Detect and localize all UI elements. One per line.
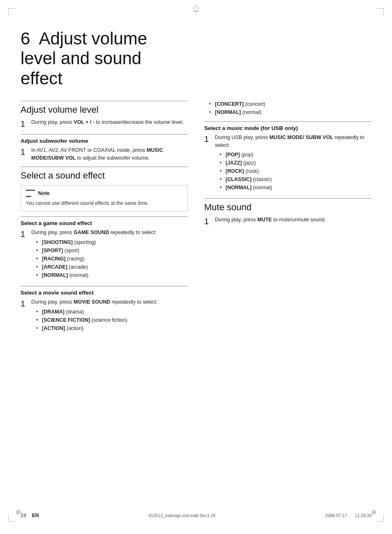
note-icon [26, 190, 35, 197]
step-movie-sound-1: 1 During play, press MOVIE SOUND repeate… [21, 298, 188, 334]
crosshair-br: ⊕ [371, 509, 376, 515]
divider-3 [21, 167, 188, 167]
divider-r1 [204, 121, 371, 122]
step-text-1: During play, press VOL + / - to increase… [31, 118, 188, 129]
bullet-jazz: [JAZZ] (jazz) [220, 159, 371, 167]
note-label: Note [38, 190, 50, 196]
note-text: You cannot use different sound effects a… [26, 200, 182, 207]
divider-4 [21, 216, 188, 217]
section-title-adjust-volume: Adjust volume level [21, 104, 188, 115]
step-num-movie: 1 [21, 298, 28, 334]
game-sound-bullets: [SHOOTING] (sporting) [SPORT] (sport) [R… [36, 238, 188, 279]
step-text-subwoofer: In AV1, AV2, AV FRONT or COAXIAL mode, p… [31, 146, 188, 162]
corner-mark-bl [8, 514, 16, 522]
note-icon-line1 [26, 190, 35, 191]
bullet-rock: [ROCK] (rock) [220, 167, 371, 175]
step-text-mute: During play, press MUTE to mute/unmute s… [215, 216, 371, 227]
section-title-subwoofer: Adjust subwoofer volume [21, 138, 188, 144]
chapter-title: Adjust volumelevel and soundeffect [21, 29, 147, 88]
step-num-1: 1 [21, 118, 28, 129]
bullet-scifi: [SCIENCE FICTION] (science fiction) [36, 316, 188, 324]
movie-sound-bullets: [DRAMA] (drama) [SCIENCE FICTION] (scien… [36, 308, 188, 332]
footer-left: 24 EN [21, 512, 39, 518]
chapter-number: 6 [21, 29, 30, 48]
section-title-sound-effect: Select a sound effect [21, 170, 188, 181]
divider-1 [21, 101, 188, 101]
bullet-classic: [CLASSIC] (classic) [220, 175, 371, 183]
divider-5 [21, 286, 188, 286]
bullet-arcade: [ARCADE] (arcade) [36, 263, 188, 271]
section-title-music-mode: Select a music mode (for USB only) [204, 125, 371, 131]
footer: 24 EN 413512_indesign.xml.indd Sec1:24 2… [21, 512, 371, 518]
footer-right: 2008-07-17 11:29:39 [325, 512, 371, 518]
step-text-movie: During play, press MOVIE SOUND repeatedl… [31, 298, 188, 334]
content-area: Adjust volume level 1 During play, press… [21, 96, 371, 337]
bullet-drama: [DRAMA] (drama) [36, 308, 188, 316]
divider-2 [21, 134, 188, 135]
step-mute-1: 1 During play, press MUTE to mute/unmute… [204, 216, 371, 227]
left-column: Adjust volume level 1 During play, press… [21, 96, 188, 337]
corner-mark-tr [376, 8, 384, 16]
corner-mark-br [376, 514, 384, 522]
bullet-normal-music: [NORMAL] (normal) [220, 183, 371, 192]
footer-page-num: 24 [21, 513, 26, 518]
bullet-sport: [SPORT] (sport) [36, 246, 188, 255]
footer-lang: EN [32, 513, 39, 518]
step-game-sound-1: 1 During play, press GAME SOUND repeated… [21, 229, 188, 281]
step-num-mute: 1 [204, 216, 212, 227]
bullet-normal-top: [NORMAL] (normal) [209, 108, 371, 116]
step-text-music: During USB play, press MUSIC MODE/ SUBW … [215, 134, 371, 194]
music-mode-bullets: [POP] (pop) [JAZZ] (jazz) [ROCK] (rock) … [220, 151, 371, 192]
section-title-movie-sound: Select a movie sound effect [21, 290, 188, 296]
page: ⊕ ⊕ 6 Adjust volumelevel and soundeffect… [0, 0, 392, 534]
step-music-mode-1: 1 During USB play, press MUSIC MODE/ SUB… [204, 134, 371, 194]
bullet-normal-game: [NORMAL] (normal) [36, 271, 188, 279]
section-title-game-sound: Select a game sound effect [21, 220, 188, 226]
bullet-shooting: [SHOOTING] (sporting) [36, 238, 188, 246]
note-icon-line2 [26, 196, 31, 197]
bullet-concert: [CONCERT] (concert) [209, 100, 371, 108]
step-text-game: During play, press GAME SOUND repeatedly… [31, 229, 188, 281]
crosshair-top-circle [193, 6, 199, 12]
step-num-music: 1 [204, 134, 212, 194]
step-subwoofer-1: 1 In AV1, AV2, AV FRONT or COAXIAL mode,… [21, 146, 188, 162]
note-box: Note You cannot use different sound effe… [21, 185, 188, 211]
chapter-heading: 6 Adjust volumelevel and soundeffect [21, 29, 371, 88]
footer-date: 2008-07-17 [325, 513, 347, 518]
section-title-mute: Mute sound [204, 202, 371, 213]
bullet-racing: [RACING] (racing) [36, 255, 188, 263]
footer-center: 413512_indesign.xml.indd Sec1:24 [148, 512, 215, 518]
step-num-subwoofer: 1 [21, 146, 28, 162]
step-adjust-volume-1: 1 During play, press VOL + / - to increa… [21, 118, 188, 129]
divider-r2 [204, 198, 371, 199]
footer-time: 11:29:39 [355, 513, 371, 518]
note-header: Note [26, 190, 182, 197]
crosshair-br-symbol: ⊕ [371, 508, 376, 515]
step-num-game: 1 [21, 229, 28, 281]
footer-meta: 413512_indesign.xml.indd Sec1:24 [148, 513, 215, 518]
bullet-pop: [POP] (pop) [220, 151, 371, 159]
right-top-bullets-wrapper: [CONCERT] (concert) [NORMAL] (normal) [204, 100, 371, 116]
right-column: [CONCERT] (concert) [NORMAL] (normal) Se… [204, 96, 371, 337]
right-top-bullets: [CONCERT] (concert) [NORMAL] (normal) [209, 100, 371, 116]
bullet-action: [ACTION] (action) [36, 324, 188, 332]
corner-mark-tl [8, 8, 16, 16]
